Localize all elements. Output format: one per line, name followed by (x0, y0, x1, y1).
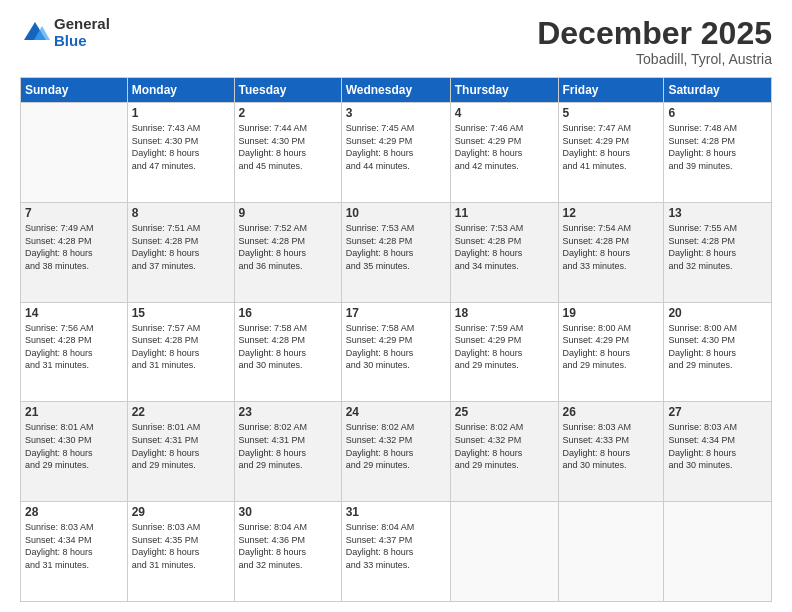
calendar-day-cell: 26Sunrise: 8:03 AMSunset: 4:33 PMDayligh… (558, 402, 664, 502)
day-number: 24 (346, 405, 446, 419)
calendar-day-cell (558, 502, 664, 602)
day-number: 2 (239, 106, 337, 120)
day-info: Sunrise: 7:58 AMSunset: 4:28 PMDaylight:… (239, 322, 337, 372)
day-number: 7 (25, 206, 123, 220)
calendar-day-cell: 13Sunrise: 7:55 AMSunset: 4:28 PMDayligh… (664, 202, 772, 302)
calendar-day-cell: 19Sunrise: 8:00 AMSunset: 4:29 PMDayligh… (558, 302, 664, 402)
day-info: Sunrise: 7:52 AMSunset: 4:28 PMDaylight:… (239, 222, 337, 272)
day-number: 29 (132, 505, 230, 519)
day-info: Sunrise: 8:04 AMSunset: 4:37 PMDaylight:… (346, 521, 446, 571)
calendar-day-cell: 10Sunrise: 7:53 AMSunset: 4:28 PMDayligh… (341, 202, 450, 302)
calendar-day-cell: 4Sunrise: 7:46 AMSunset: 4:29 PMDaylight… (450, 103, 558, 203)
day-info: Sunrise: 7:45 AMSunset: 4:29 PMDaylight:… (346, 122, 446, 172)
calendar-day-cell: 12Sunrise: 7:54 AMSunset: 4:28 PMDayligh… (558, 202, 664, 302)
day-number: 19 (563, 306, 660, 320)
calendar-header-row: Sunday Monday Tuesday Wednesday Thursday… (21, 78, 772, 103)
day-info: Sunrise: 7:57 AMSunset: 4:28 PMDaylight:… (132, 322, 230, 372)
day-info: Sunrise: 8:01 AMSunset: 4:30 PMDaylight:… (25, 421, 123, 471)
day-info: Sunrise: 8:03 AMSunset: 4:35 PMDaylight:… (132, 521, 230, 571)
calendar-day-cell: 8Sunrise: 7:51 AMSunset: 4:28 PMDaylight… (127, 202, 234, 302)
calendar-day-cell (664, 502, 772, 602)
calendar-day-cell: 21Sunrise: 8:01 AMSunset: 4:30 PMDayligh… (21, 402, 128, 502)
day-number: 25 (455, 405, 554, 419)
day-info: Sunrise: 7:54 AMSunset: 4:28 PMDaylight:… (563, 222, 660, 272)
day-info: Sunrise: 8:00 AMSunset: 4:29 PMDaylight:… (563, 322, 660, 372)
logo-icon (20, 18, 50, 48)
day-info: Sunrise: 7:53 AMSunset: 4:28 PMDaylight:… (455, 222, 554, 272)
day-number: 10 (346, 206, 446, 220)
day-number: 1 (132, 106, 230, 120)
day-info: Sunrise: 8:00 AMSunset: 4:30 PMDaylight:… (668, 322, 767, 372)
calendar-day-cell: 14Sunrise: 7:56 AMSunset: 4:28 PMDayligh… (21, 302, 128, 402)
day-number: 15 (132, 306, 230, 320)
day-number: 31 (346, 505, 446, 519)
calendar-week-row: 28Sunrise: 8:03 AMSunset: 4:34 PMDayligh… (21, 502, 772, 602)
day-info: Sunrise: 8:02 AMSunset: 4:32 PMDaylight:… (455, 421, 554, 471)
day-number: 6 (668, 106, 767, 120)
day-number: 28 (25, 505, 123, 519)
day-info: Sunrise: 8:02 AMSunset: 4:32 PMDaylight:… (346, 421, 446, 471)
day-info: Sunrise: 8:02 AMSunset: 4:31 PMDaylight:… (239, 421, 337, 471)
calendar-day-cell: 31Sunrise: 8:04 AMSunset: 4:37 PMDayligh… (341, 502, 450, 602)
day-number: 18 (455, 306, 554, 320)
day-info: Sunrise: 7:46 AMSunset: 4:29 PMDaylight:… (455, 122, 554, 172)
location-subtitle: Tobadill, Tyrol, Austria (537, 51, 772, 67)
calendar-week-row: 1Sunrise: 7:43 AMSunset: 4:30 PMDaylight… (21, 103, 772, 203)
day-number: 27 (668, 405, 767, 419)
calendar-week-row: 14Sunrise: 7:56 AMSunset: 4:28 PMDayligh… (21, 302, 772, 402)
day-number: 9 (239, 206, 337, 220)
calendar-day-cell: 20Sunrise: 8:00 AMSunset: 4:30 PMDayligh… (664, 302, 772, 402)
day-info: Sunrise: 8:03 AMSunset: 4:34 PMDaylight:… (25, 521, 123, 571)
day-info: Sunrise: 7:43 AMSunset: 4:30 PMDaylight:… (132, 122, 230, 172)
day-number: 11 (455, 206, 554, 220)
calendar-day-cell: 24Sunrise: 8:02 AMSunset: 4:32 PMDayligh… (341, 402, 450, 502)
day-info: Sunrise: 7:56 AMSunset: 4:28 PMDaylight:… (25, 322, 123, 372)
calendar-day-cell: 23Sunrise: 8:02 AMSunset: 4:31 PMDayligh… (234, 402, 341, 502)
calendar-day-cell: 11Sunrise: 7:53 AMSunset: 4:28 PMDayligh… (450, 202, 558, 302)
day-number: 17 (346, 306, 446, 320)
header-saturday: Saturday (664, 78, 772, 103)
month-title: December 2025 (537, 16, 772, 51)
calendar-day-cell: 17Sunrise: 7:58 AMSunset: 4:29 PMDayligh… (341, 302, 450, 402)
day-number: 26 (563, 405, 660, 419)
day-info: Sunrise: 7:51 AMSunset: 4:28 PMDaylight:… (132, 222, 230, 272)
day-info: Sunrise: 7:47 AMSunset: 4:29 PMDaylight:… (563, 122, 660, 172)
calendar-day-cell: 29Sunrise: 8:03 AMSunset: 4:35 PMDayligh… (127, 502, 234, 602)
day-number: 13 (668, 206, 767, 220)
day-number: 20 (668, 306, 767, 320)
calendar-day-cell: 5Sunrise: 7:47 AMSunset: 4:29 PMDaylight… (558, 103, 664, 203)
day-number: 8 (132, 206, 230, 220)
header-monday: Monday (127, 78, 234, 103)
header-sunday: Sunday (21, 78, 128, 103)
logo-text: General Blue (54, 16, 110, 49)
title-block: December 2025 Tobadill, Tyrol, Austria (537, 16, 772, 67)
header: General Blue December 2025 Tobadill, Tyr… (20, 16, 772, 67)
header-tuesday: Tuesday (234, 78, 341, 103)
calendar-page: General Blue December 2025 Tobadill, Tyr… (0, 0, 792, 612)
calendar-table: Sunday Monday Tuesday Wednesday Thursday… (20, 77, 772, 602)
calendar-week-row: 7Sunrise: 7:49 AMSunset: 4:28 PMDaylight… (21, 202, 772, 302)
calendar-day-cell: 25Sunrise: 8:02 AMSunset: 4:32 PMDayligh… (450, 402, 558, 502)
day-info: Sunrise: 7:49 AMSunset: 4:28 PMDaylight:… (25, 222, 123, 272)
day-info: Sunrise: 7:44 AMSunset: 4:30 PMDaylight:… (239, 122, 337, 172)
day-info: Sunrise: 7:59 AMSunset: 4:29 PMDaylight:… (455, 322, 554, 372)
day-number: 21 (25, 405, 123, 419)
day-number: 4 (455, 106, 554, 120)
day-number: 14 (25, 306, 123, 320)
calendar-day-cell (450, 502, 558, 602)
day-info: Sunrise: 8:03 AMSunset: 4:34 PMDaylight:… (668, 421, 767, 471)
day-info: Sunrise: 7:58 AMSunset: 4:29 PMDaylight:… (346, 322, 446, 372)
calendar-day-cell: 7Sunrise: 7:49 AMSunset: 4:28 PMDaylight… (21, 202, 128, 302)
calendar-day-cell: 3Sunrise: 7:45 AMSunset: 4:29 PMDaylight… (341, 103, 450, 203)
day-info: Sunrise: 7:55 AMSunset: 4:28 PMDaylight:… (668, 222, 767, 272)
day-info: Sunrise: 7:53 AMSunset: 4:28 PMDaylight:… (346, 222, 446, 272)
calendar-day-cell: 16Sunrise: 7:58 AMSunset: 4:28 PMDayligh… (234, 302, 341, 402)
day-info: Sunrise: 8:01 AMSunset: 4:31 PMDaylight:… (132, 421, 230, 471)
day-info: Sunrise: 7:48 AMSunset: 4:28 PMDaylight:… (668, 122, 767, 172)
calendar-day-cell: 6Sunrise: 7:48 AMSunset: 4:28 PMDaylight… (664, 103, 772, 203)
day-number: 3 (346, 106, 446, 120)
header-wednesday: Wednesday (341, 78, 450, 103)
day-number: 22 (132, 405, 230, 419)
header-thursday: Thursday (450, 78, 558, 103)
calendar-day-cell: 27Sunrise: 8:03 AMSunset: 4:34 PMDayligh… (664, 402, 772, 502)
